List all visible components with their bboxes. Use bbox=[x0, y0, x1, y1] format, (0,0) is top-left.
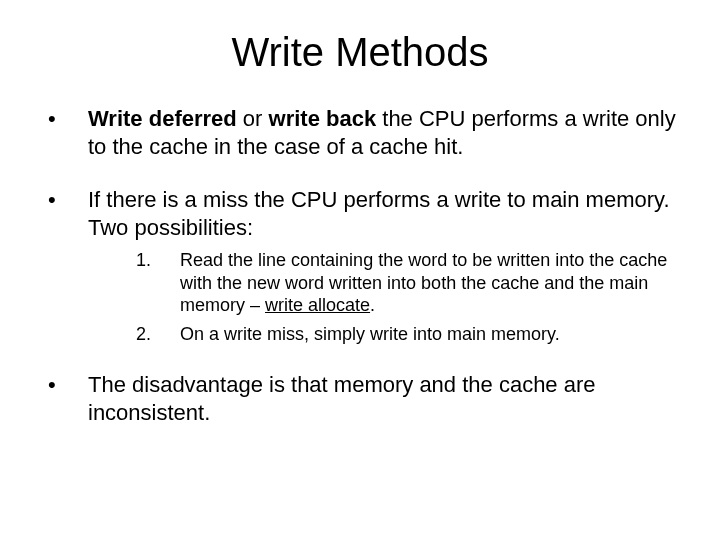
sub1-post: . bbox=[370, 295, 375, 315]
slide: Write Methods Write deferred or write ba… bbox=[0, 0, 720, 540]
numbered-item-2: 2. On a write miss, simply write into ma… bbox=[136, 323, 680, 346]
bullet-item-2: If there is a miss the CPU performs a wr… bbox=[40, 186, 680, 345]
sub1-pre: Read the line containing the word to be … bbox=[180, 250, 667, 315]
num-label-1: 1. bbox=[136, 249, 151, 272]
text-mid: or bbox=[237, 106, 269, 131]
bullet-list: Write deferred or write back the CPU per… bbox=[40, 105, 680, 426]
num-label-2: 2. bbox=[136, 323, 151, 346]
bullet-2-text: If there is a miss the CPU performs a wr… bbox=[88, 187, 670, 240]
underline-term: write allocate bbox=[265, 295, 370, 315]
sub2-text: On a write miss, simply write into main … bbox=[180, 324, 560, 344]
bold-term-1: Write deferred bbox=[88, 106, 237, 131]
slide-title: Write Methods bbox=[40, 30, 680, 75]
bullet-item-3: The disadvantage is that memory and the … bbox=[40, 371, 680, 426]
numbered-list: 1. Read the line containing the word to … bbox=[136, 249, 680, 345]
bullet-3-text: The disadvantage is that memory and the … bbox=[88, 372, 596, 425]
bold-term-2: write back bbox=[269, 106, 377, 131]
bullet-item-1: Write deferred or write back the CPU per… bbox=[40, 105, 680, 160]
numbered-item-1: 1. Read the line containing the word to … bbox=[136, 249, 680, 317]
